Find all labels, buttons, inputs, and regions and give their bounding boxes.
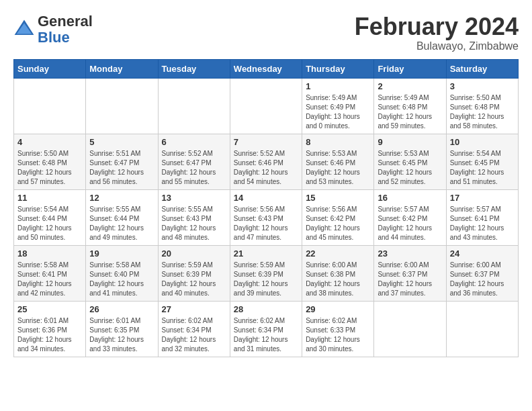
calendar-week-3: 11Sunrise: 5:54 AM Sunset: 6:44 PM Dayli…	[14, 189, 519, 245]
location: Bulawayo, Zimbabwe	[355, 40, 519, 52]
day-number: 29	[306, 304, 370, 314]
day-number: 19	[89, 248, 154, 259]
calendar-cell: 29Sunrise: 6:02 AM Sunset: 6:33 PM Dayli…	[302, 301, 374, 357]
calendar-cell: 5Sunrise: 5:51 AM Sunset: 6:47 PM Daylig…	[86, 134, 158, 189]
day-info: Sunrise: 5:54 AM Sunset: 6:45 PM Dayligh…	[450, 149, 515, 187]
day-info: Sunrise: 5:55 AM Sunset: 6:43 PM Dayligh…	[162, 205, 226, 242]
calendar-week-2: 4Sunrise: 5:50 AM Sunset: 6:48 PM Daylig…	[14, 134, 519, 189]
calendar-cell: 7Sunrise: 5:52 AM Sunset: 6:46 PM Daylig…	[230, 134, 302, 189]
calendar-table: Sunday Monday Tuesday Wednesday Thursday…	[13, 59, 519, 357]
day-number: 15	[306, 193, 370, 203]
calendar-cell	[14, 78, 86, 134]
day-number: 7	[234, 137, 298, 147]
day-info: Sunrise: 6:02 AM Sunset: 6:34 PM Dayligh…	[234, 316, 298, 354]
calendar-cell: 11Sunrise: 5:54 AM Sunset: 6:44 PM Dayli…	[14, 189, 86, 245]
day-number: 26	[89, 304, 154, 314]
calendar-cell: 25Sunrise: 6:01 AM Sunset: 6:36 PM Dayli…	[14, 301, 86, 357]
day-info: Sunrise: 6:02 AM Sunset: 6:34 PM Dayligh…	[162, 316, 226, 354]
calendar-cell: 26Sunrise: 6:01 AM Sunset: 6:35 PM Dayli…	[86, 301, 158, 357]
day-info: Sunrise: 6:02 AM Sunset: 6:33 PM Dayligh…	[306, 316, 370, 354]
day-number: 6	[162, 137, 226, 147]
calendar-cell	[374, 301, 446, 357]
calendar-cell: 2Sunrise: 5:49 AM Sunset: 6:48 PM Daylig…	[374, 78, 446, 134]
day-info: Sunrise: 6:01 AM Sunset: 6:35 PM Dayligh…	[89, 316, 154, 354]
day-info: Sunrise: 5:55 AM Sunset: 6:44 PM Dayligh…	[89, 205, 154, 242]
col-thursday: Thursday	[302, 59, 374, 78]
day-info: Sunrise: 5:58 AM Sunset: 6:41 PM Dayligh…	[17, 261, 82, 298]
month-title: February 2024	[355, 13, 519, 40]
day-number: 23	[378, 248, 442, 259]
day-number: 2	[378, 81, 442, 91]
day-info: Sunrise: 5:56 AM Sunset: 6:42 PM Dayligh…	[306, 205, 370, 242]
day-info: Sunrise: 5:58 AM Sunset: 6:40 PM Dayligh…	[89, 261, 154, 298]
calendar-header: Sunday Monday Tuesday Wednesday Thursday…	[14, 59, 519, 78]
day-number: 8	[306, 137, 370, 147]
day-info: Sunrise: 6:00 AM Sunset: 6:37 PM Dayligh…	[378, 261, 442, 298]
day-info: Sunrise: 5:57 AM Sunset: 6:42 PM Dayligh…	[378, 205, 442, 242]
calendar-cell: 15Sunrise: 5:56 AM Sunset: 6:42 PM Dayli…	[302, 189, 374, 245]
calendar-cell: 4Sunrise: 5:50 AM Sunset: 6:48 PM Daylig…	[14, 134, 86, 189]
logo-general: General	[38, 13, 93, 30]
calendar-cell: 20Sunrise: 5:59 AM Sunset: 6:39 PM Dayli…	[158, 245, 230, 301]
calendar-body: 1Sunrise: 5:49 AM Sunset: 6:49 PM Daylig…	[14, 78, 519, 357]
day-info: Sunrise: 5:52 AM Sunset: 6:47 PM Dayligh…	[162, 149, 226, 187]
header-row: Sunday Monday Tuesday Wednesday Thursday…	[14, 59, 519, 78]
col-sunday: Sunday	[14, 59, 86, 78]
day-info: Sunrise: 5:50 AM Sunset: 6:48 PM Dayligh…	[450, 93, 515, 131]
day-info: Sunrise: 6:01 AM Sunset: 6:36 PM Dayligh…	[17, 316, 82, 354]
day-number: 28	[234, 304, 298, 314]
calendar-cell: 24Sunrise: 6:00 AM Sunset: 6:37 PM Dayli…	[446, 245, 518, 301]
col-tuesday: Tuesday	[158, 59, 230, 78]
day-info: Sunrise: 5:49 AM Sunset: 6:49 PM Dayligh…	[306, 93, 370, 131]
calendar-cell: 14Sunrise: 5:56 AM Sunset: 6:43 PM Dayli…	[230, 189, 302, 245]
day-number: 3	[450, 81, 515, 91]
calendar-cell: 28Sunrise: 6:02 AM Sunset: 6:34 PM Dayli…	[230, 301, 302, 357]
day-info: Sunrise: 5:57 AM Sunset: 6:41 PM Dayligh…	[450, 205, 515, 242]
calendar-cell: 27Sunrise: 6:02 AM Sunset: 6:34 PM Dayli…	[158, 301, 230, 357]
day-number: 21	[234, 248, 298, 259]
page-header: General Blue February 2024 Bulawayo, Zim…	[13, 13, 519, 52]
day-number: 20	[162, 248, 226, 259]
calendar-cell	[86, 78, 158, 134]
day-number: 13	[162, 193, 226, 203]
col-saturday: Saturday	[446, 59, 518, 78]
calendar-week-1: 1Sunrise: 5:49 AM Sunset: 6:49 PM Daylig…	[14, 78, 519, 134]
calendar-cell: 9Sunrise: 5:53 AM Sunset: 6:45 PM Daylig…	[374, 134, 446, 189]
day-number: 24	[450, 248, 515, 259]
day-info: Sunrise: 5:50 AM Sunset: 6:48 PM Dayligh…	[17, 149, 82, 187]
day-number: 12	[89, 193, 154, 203]
calendar-cell: 23Sunrise: 6:00 AM Sunset: 6:37 PM Dayli…	[374, 245, 446, 301]
calendar-cell: 13Sunrise: 5:55 AM Sunset: 6:43 PM Dayli…	[158, 189, 230, 245]
day-info: Sunrise: 6:00 AM Sunset: 6:38 PM Dayligh…	[306, 261, 370, 298]
day-info: Sunrise: 5:49 AM Sunset: 6:48 PM Dayligh…	[378, 93, 442, 131]
day-info: Sunrise: 5:54 AM Sunset: 6:44 PM Dayligh…	[17, 205, 82, 242]
logo-text: General Blue	[38, 13, 93, 46]
day-number: 9	[378, 137, 442, 147]
title-block: February 2024 Bulawayo, Zimbabwe	[355, 13, 519, 52]
calendar-cell: 21Sunrise: 5:59 AM Sunset: 6:39 PM Dayli…	[230, 245, 302, 301]
col-wednesday: Wednesday	[230, 59, 302, 78]
day-info: Sunrise: 6:00 AM Sunset: 6:37 PM Dayligh…	[450, 261, 515, 298]
day-number: 17	[450, 193, 515, 203]
day-info: Sunrise: 5:53 AM Sunset: 6:46 PM Dayligh…	[306, 149, 370, 187]
day-info: Sunrise: 5:59 AM Sunset: 6:39 PM Dayligh…	[162, 261, 226, 298]
day-number: 22	[306, 248, 370, 259]
calendar-cell: 22Sunrise: 6:00 AM Sunset: 6:38 PM Dayli…	[302, 245, 374, 301]
calendar-cell: 3Sunrise: 5:50 AM Sunset: 6:48 PM Daylig…	[446, 78, 518, 134]
day-number: 4	[17, 137, 82, 147]
day-number: 16	[378, 193, 442, 203]
logo: General Blue	[13, 13, 93, 46]
day-number: 10	[450, 137, 515, 147]
day-info: Sunrise: 5:53 AM Sunset: 6:45 PM Dayligh…	[378, 149, 442, 187]
calendar-cell: 18Sunrise: 5:58 AM Sunset: 6:41 PM Dayli…	[14, 245, 86, 301]
calendar-cell	[446, 301, 518, 357]
day-info: Sunrise: 5:59 AM Sunset: 6:39 PM Dayligh…	[234, 261, 298, 298]
logo-icon	[13, 19, 35, 40]
calendar-cell	[158, 78, 230, 134]
day-number: 5	[89, 137, 154, 147]
calendar-week-4: 18Sunrise: 5:58 AM Sunset: 6:41 PM Dayli…	[14, 245, 519, 301]
day-number: 18	[17, 248, 82, 259]
calendar-cell: 6Sunrise: 5:52 AM Sunset: 6:47 PM Daylig…	[158, 134, 230, 189]
day-number: 11	[17, 193, 82, 203]
calendar-cell: 16Sunrise: 5:57 AM Sunset: 6:42 PM Dayli…	[374, 189, 446, 245]
